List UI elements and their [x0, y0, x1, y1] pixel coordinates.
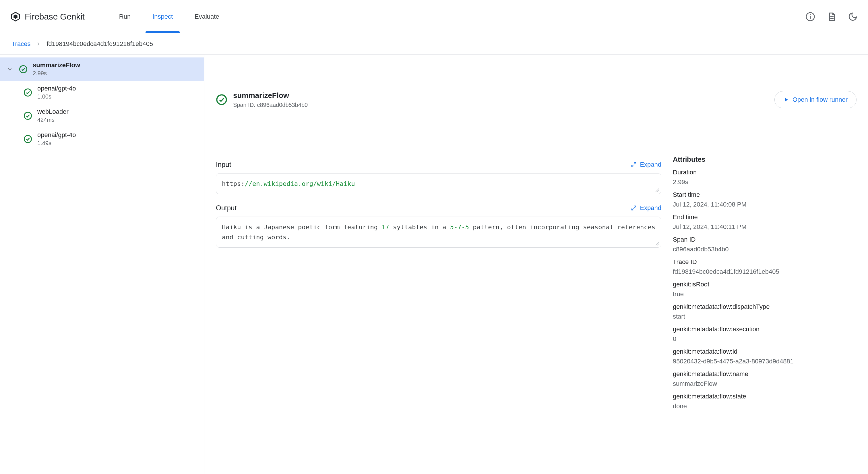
output-heading: Output: [216, 204, 237, 212]
attr-row: Duration 2.99s: [673, 169, 857, 186]
svg-point-9: [24, 112, 32, 119]
svg-point-8: [24, 89, 32, 96]
output-num1: 17: [381, 224, 389, 231]
header-actions: [805, 12, 858, 22]
breadcrumb-trace-id: fd198194bc0edca4d1fd91216f1eb405: [46, 40, 153, 48]
status-ok-icon: [23, 134, 33, 144]
attr-value: summarizeFlow: [673, 380, 857, 388]
attr-key: genkit:metadata:flow:dispatchType: [673, 303, 857, 310]
input-codebox[interactable]: https://en.wikipedia.org/wiki/Haiku: [216, 173, 661, 194]
attr-value: Jul 12, 2024, 11:40:11 PM: [673, 223, 857, 231]
tree-node[interactable]: openai/gpt-4o 1.49s: [0, 127, 204, 151]
span-id: c896aad0db53b4b0: [257, 102, 308, 108]
attr-row: Start time Jul 12, 2024, 11:40:08 PM: [673, 191, 857, 208]
attr-row: genkit:metadata:flow:id 95020432-d9b5-44…: [673, 348, 857, 365]
genkit-logo-icon: [10, 11, 21, 22]
attr-row: genkit:metadata:flow:name summarizeFlow: [673, 370, 857, 388]
status-ok-icon: [19, 64, 28, 74]
span-tree: summarizeFlow 2.99s openai/gpt-4o 1.00s: [0, 55, 205, 474]
attributes-panel: Attributes Duration 2.99s Start time Jul…: [673, 151, 857, 463]
attr-row: End time Jul 12, 2024, 11:40:11 PM: [673, 213, 857, 231]
breadcrumb-traces[interactable]: Traces: [11, 40, 30, 48]
resize-handle-icon[interactable]: [655, 242, 659, 246]
attr-key: Duration: [673, 169, 857, 176]
attr-row: genkit:metadata:flow:execution 0: [673, 325, 857, 343]
attr-value: done: [673, 403, 857, 410]
chevron-down-icon[interactable]: [6, 66, 14, 72]
tree-node-duration: 424ms: [37, 117, 69, 123]
tree-node-title: summarizeFlow: [33, 61, 80, 69]
chevron-right-icon: [36, 41, 41, 47]
tree-node-duration: 1.49s: [37, 140, 76, 147]
input-scheme: https:: [222, 180, 245, 187]
attr-value: 95020432-d9b5-4475-a2a3-80973d9d4881: [673, 358, 857, 365]
output-codebox[interactable]: Haiku is a Japanese poetic form featurin…: [216, 216, 661, 248]
attr-row: Trace ID fd198194bc0edca4d1fd91216f1eb40…: [673, 258, 857, 275]
attr-value: 2.99s: [673, 178, 857, 186]
input-rest: //en.wikipedia.org/wiki/Haiku: [245, 180, 355, 187]
span-title: summarizeFlow: [233, 91, 308, 100]
status-ok-icon: [23, 111, 33, 121]
open-in-flow-runner-button[interactable]: Open in flow runner: [774, 91, 857, 108]
tree-node[interactable]: webLoader 424ms: [0, 104, 204, 127]
attr-row: genkit:isRoot true: [673, 281, 857, 298]
attr-key: genkit:metadata:flow:name: [673, 370, 857, 378]
expand-input-button[interactable]: Expand: [631, 161, 661, 168]
docs-icon[interactable]: [827, 12, 836, 22]
svg-marker-1: [13, 14, 18, 19]
output-num2: 5-7-5: [450, 224, 469, 231]
tree-node-title: webLoader: [37, 108, 69, 116]
tree-node-root[interactable]: summarizeFlow 2.99s: [0, 57, 204, 81]
workspace: summarizeFlow 2.99s openai/gpt-4o 1.00s: [0, 55, 868, 474]
moon-icon[interactable]: [848, 12, 858, 22]
svg-point-7: [20, 65, 27, 73]
attr-row: Span ID c896aad0db53b4b0: [673, 236, 857, 253]
expand-label: Expand: [640, 204, 661, 212]
main-panel: summarizeFlow Span ID: c896aad0db53b4b0 …: [205, 55, 868, 474]
tree-node-title: openai/gpt-4o: [37, 131, 76, 139]
expand-output-button[interactable]: Expand: [631, 204, 661, 212]
attr-row: genkit:metadata:flow:state done: [673, 393, 857, 410]
tree-node[interactable]: openai/gpt-4o 1.00s: [0, 81, 204, 104]
tree-node-duration: 1.00s: [37, 93, 76, 100]
info-icon[interactable]: [805, 12, 815, 22]
attr-key: Span ID: [673, 236, 857, 243]
attr-value: start: [673, 313, 857, 320]
status-ok-icon: [216, 94, 227, 106]
attr-key: Trace ID: [673, 258, 857, 266]
attr-key: Start time: [673, 191, 857, 199]
svg-point-4: [810, 14, 811, 15]
app-header: Firebase Genkit Run Inspect Evaluate: [0, 0, 868, 33]
attr-key: genkit:metadata:flow:execution: [673, 325, 857, 333]
tab-run[interactable]: Run: [119, 0, 131, 33]
io-column: Input Expand https://en.wikipedia.org/wi…: [216, 151, 661, 463]
svg-point-10: [24, 135, 32, 143]
attr-key: End time: [673, 213, 857, 221]
attr-row: genkit:metadata:flow:dispatchType start: [673, 303, 857, 320]
header-tabs: Run Inspect Evaluate: [119, 0, 219, 33]
attr-key: genkit:isRoot: [673, 281, 857, 288]
expand-label: Expand: [640, 161, 661, 168]
tree-node-duration: 2.99s: [33, 70, 80, 77]
brand: Firebase Genkit: [10, 11, 85, 22]
attributes-heading: Attributes: [673, 155, 857, 164]
attr-value: 0: [673, 335, 857, 343]
tab-evaluate[interactable]: Evaluate: [195, 0, 219, 33]
output-mid: syllables in a: [389, 224, 450, 231]
attr-value: fd198194bc0edca4d1fd91216f1eb405: [673, 268, 857, 275]
attr-value: c896aad0db53b4b0: [673, 246, 857, 253]
status-ok-icon: [23, 88, 33, 97]
tab-inspect[interactable]: Inspect: [152, 0, 173, 33]
open-in-flow-runner-label: Open in flow runner: [793, 96, 848, 103]
attr-value: Jul 12, 2024, 11:40:08 PM: [673, 201, 857, 208]
tree-node-title: openai/gpt-4o: [37, 85, 76, 92]
attr-key: genkit:metadata:flow:id: [673, 348, 857, 355]
app-root: Firebase Genkit Run Inspect Evaluate: [0, 0, 868, 474]
breadcrumb: Traces fd198194bc0edca4d1fd91216f1eb405: [0, 33, 868, 55]
svg-point-11: [217, 95, 226, 104]
resize-handle-icon[interactable]: [655, 188, 659, 192]
span-subtitle: Span ID: c896aad0db53b4b0: [233, 102, 308, 108]
input-section: Input Expand https://en.wikipedia.org/wi…: [216, 156, 661, 194]
span-header: summarizeFlow Span ID: c896aad0db53b4b0 …: [216, 63, 857, 139]
brand-name: Firebase Genkit: [25, 12, 85, 22]
